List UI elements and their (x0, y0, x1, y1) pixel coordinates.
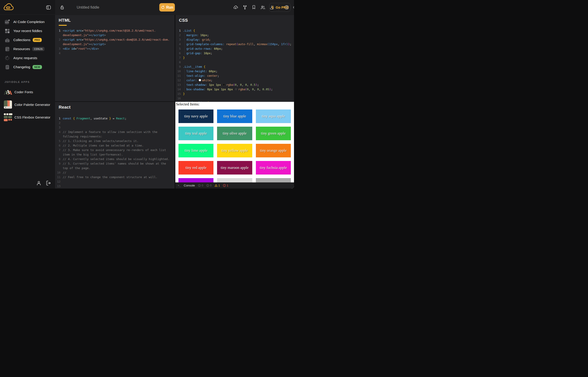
css-panel-title[interactable]: CSS (179, 18, 188, 23)
sidebar-item-collections[interactable]: Collections PRO (0, 35, 55, 45)
sidebar-item-ai-code-completion[interactable]: </> AI Code Completion (0, 17, 55, 26)
apple-list-item[interactable]: tiny navy apple (178, 109, 213, 123)
bookmark-icon[interactable] (252, 5, 256, 10)
code-line[interactable]: 13 (55, 184, 174, 188)
unlock-icon[interactable] (60, 5, 65, 10)
code-line[interactable]: 8// 4. Currently selected items should b… (55, 157, 174, 161)
sidebar-item-changelog[interactable]: Changelog NEW (0, 62, 55, 71)
code-line[interactable]: 7} (175, 56, 294, 60)
apple-list-item[interactable]: tiny maroon apple (217, 161, 252, 175)
code-line[interactable]: 3<div id="root"></div> (55, 47, 174, 51)
code-line[interactable]: 2 margin: 16px; (175, 33, 294, 37)
code-line[interactable]: 4 (55, 51, 174, 56)
line-number: 6 (55, 143, 60, 148)
code-line[interactable]: 15} (175, 92, 294, 96)
code-line[interactable]: 13 text-shadow: 1px 1px rgba(0, 0, 0, 0.… (175, 83, 294, 87)
code-line[interactable]: 8 (175, 60, 294, 65)
code-line[interactable]: 5// 1. Clicking an item selects/unselect… (55, 139, 174, 143)
fork-icon[interactable] (242, 5, 247, 10)
line-number: 1 (55, 116, 60, 121)
console-info-value: 0 (210, 184, 212, 187)
sidebar-toggle-icon[interactable] (46, 5, 51, 10)
code-line[interactable]: 2<script src="https://unpkg.com/react-do… (55, 37, 174, 42)
code-line[interactable]: item in the big list (performance). (55, 152, 174, 157)
sidebar-item-async-requests[interactable]: Async requests (0, 54, 55, 62)
sidebar-nav: </> AI Code Completion Your recent fiddl… (0, 15, 55, 71)
code-line[interactable]: 2 (55, 121, 174, 125)
code-line[interactable]: 16 (175, 96, 294, 101)
react-panel-title[interactable]: React (59, 105, 71, 110)
code-line[interactable]: 12 color: white; (175, 78, 294, 83)
line-number: 1 (55, 28, 60, 33)
code-line[interactable]: 1<script src="https://unpkg.com/react@18… (55, 28, 174, 33)
react-editor[interactable]: 1const { Fragment, useState } = React;23… (55, 116, 174, 188)
apple-list-item[interactable]: tiny lime apple (178, 144, 213, 157)
code-line[interactable]: 6 grid-gap: 16px; (175, 51, 294, 56)
css-panel: CSS 1.List {2 margin: 16px;3 display: gr… (175, 15, 294, 102)
code-line[interactable]: 4 grid-template-columns: repeat(auto-fil… (175, 42, 294, 47)
code-line[interactable]: 3 (55, 125, 174, 130)
code-line[interactable]: top of the page. (55, 166, 174, 170)
cloud-upload-icon[interactable] (233, 5, 238, 10)
apple-list-item[interactable]: tiny teal apple (178, 127, 213, 140)
sidebar-app-color-palette-generator[interactable]: Color Palette Generator (0, 98, 55, 111)
apple-list-item[interactable]: tiny red apple (178, 161, 213, 175)
selected-items-heading: Selected Items: (176, 102, 294, 106)
sidebar-app-coder-fonts[interactable]: AAA Coder Fonts (0, 85, 55, 98)
code-line[interactable]: 4// Implement a feature to allow item se… (55, 130, 174, 134)
toggle-pill-icon[interactable] (293, 5, 294, 10)
sidebar-item-recent-fiddles[interactable]: Your recent fiddles (0, 26, 55, 35)
apple-list-item[interactable]: tiny yellow apple (217, 144, 252, 157)
fiddle-title-input[interactable]: Untitled fiddle (77, 0, 99, 15)
sidebar-header (0, 0, 55, 15)
go-pro-button[interactable]: Go PRO (269, 3, 291, 12)
code-line[interactable]: following requirements: (55, 134, 174, 139)
line-number: 12 (175, 78, 181, 83)
console-warning-count[interactable]: 1 (215, 184, 220, 187)
sidebar-app-css-flexbox-generator[interactable]: CSS Flexbox Generator (0, 111, 55, 123)
line-number: 9 (175, 65, 181, 69)
code-line[interactable]: 3 display: grid; (175, 37, 294, 42)
css-editor[interactable]: 1.List {2 margin: 16px;3 display: grid;4… (175, 28, 294, 102)
console-info-count[interactable]: 0 (206, 184, 212, 187)
console-error-count[interactable]: 1 (223, 184, 228, 187)
code-line[interactable]: 9.List__item { (175, 65, 294, 69)
apple-list-item[interactable]: tiny olive apple (217, 127, 252, 140)
line-number: 7 (175, 56, 181, 60)
code-line[interactable]: 5 grid-auto-rows: 60px; (175, 47, 294, 51)
code-line[interactable]: 1const { Fragment, useState } = React; (55, 116, 174, 121)
code-line[interactable]: 11 text-align: center; (175, 74, 294, 78)
console-log-count[interactable]: 0 (198, 184, 203, 187)
collaborators-icon[interactable] (260, 5, 265, 10)
apple-list-item[interactable]: tiny fuchsia apple (256, 161, 291, 175)
apple-list-item[interactable]: tiny aqua apple (256, 109, 291, 123)
code-line[interactable]: 10 line-height: 60px; (175, 69, 294, 74)
html-panel-title[interactable]: HTML (59, 18, 71, 23)
run-button-label: Run (166, 5, 173, 10)
code-line[interactable]: development.js"></script> (55, 33, 174, 37)
code-line[interactable]: development.js"></script> (55, 42, 174, 47)
code-line[interactable]: 7// 3. Make sure to avoid unnecessary re… (55, 148, 174, 152)
code-line[interactable]: 9// 5. Currently selected items' names s… (55, 161, 174, 166)
code-line[interactable]: 10// (55, 170, 174, 175)
logout-icon[interactable] (46, 180, 51, 186)
run-button[interactable]: Run (159, 3, 175, 12)
sidebar-footer (0, 180, 55, 186)
code-line[interactable]: 1.List { (175, 28, 294, 33)
apple-list-item[interactable]: tiny blue apple (217, 109, 252, 123)
code-line[interactable]: 11// Feel free to change the component s… (55, 175, 174, 179)
code-line[interactable]: 14 box-shadow: 0px 1px 1px 0px rgba(0, 0… (175, 87, 294, 92)
apple-list-item[interactable]: tiny orange apple (256, 144, 291, 157)
apple-list-item[interactable]: tiny green apple (256, 127, 291, 140)
sidebar-item-resources[interactable]: Resources CDNJS (0, 45, 55, 54)
line-number: 13 (175, 83, 181, 87)
html-editor[interactable]: 1<script src="https://unpkg.com/react@18… (55, 28, 174, 56)
code-line[interactable]: 6// 2. Multiple items can be selected at… (55, 143, 174, 148)
html-panel: HTML 1<script src="https://unpkg.com/rea… (55, 15, 175, 101)
new-badge: NEW (33, 65, 42, 69)
code-line[interactable]: 12 (55, 179, 174, 184)
user-icon[interactable] (36, 180, 42, 186)
sidebar-item-label: Async requests (13, 56, 37, 60)
jsfiddle-logo-icon[interactable] (3, 2, 13, 12)
console-bar[interactable]: >_ Console 0 0 1 1 (175, 182, 294, 188)
